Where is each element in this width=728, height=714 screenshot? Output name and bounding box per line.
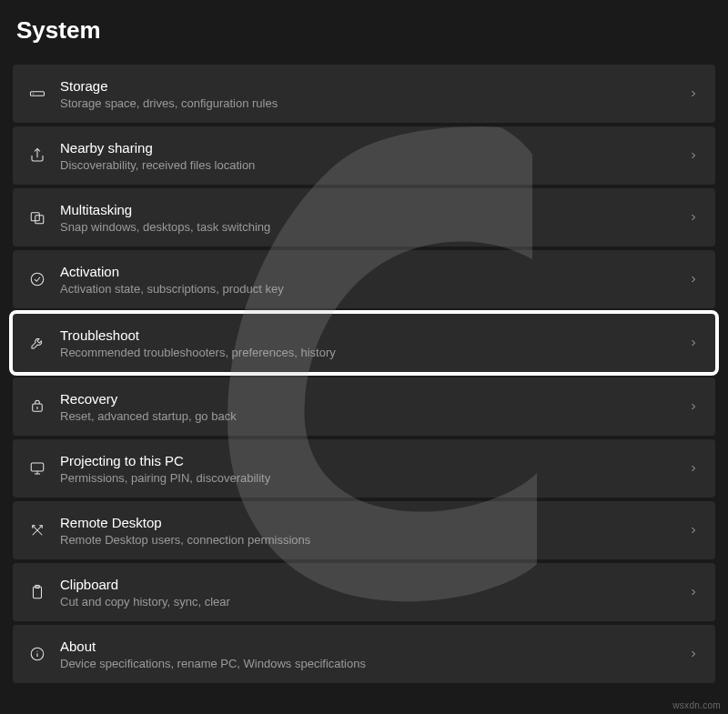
item-title: Troubleshoot <box>60 327 684 343</box>
settings-item-clipboard[interactable]: Clipboard Cut and copy history, sync, cl… <box>13 563 715 621</box>
storage-icon <box>22 85 53 102</box>
settings-item-remote-desktop[interactable]: Remote Desktop Remote Desktop users, con… <box>13 501 715 559</box>
wrench-icon <box>22 335 53 351</box>
chevron-right-icon <box>684 649 703 659</box>
chevron-right-icon <box>684 587 703 598</box>
item-subtitle: Permissions, pairing PIN, discoverabilit… <box>60 471 684 485</box>
settings-item-troubleshoot[interactable]: Troubleshoot Recommended troubleshooters… <box>13 314 715 372</box>
settings-item-nearby-sharing[interactable]: Nearby sharing Discoverability, received… <box>13 126 715 185</box>
clipboard-icon <box>22 584 53 600</box>
svg-point-1 <box>33 93 34 94</box>
chevron-right-icon <box>684 212 703 223</box>
svg-rect-0 <box>31 92 45 96</box>
chevron-right-icon <box>684 88 703 99</box>
settings-item-about[interactable]: About Device specifications, rename PC, … <box>13 625 715 683</box>
settings-item-storage[interactable]: Storage Storage space, drives, configura… <box>13 65 715 123</box>
item-subtitle: Snap windows, desktops, task switching <box>60 220 684 234</box>
info-icon <box>22 646 53 662</box>
chevron-right-icon <box>684 150 703 161</box>
item-subtitle: Storage space, drives, configuration rul… <box>60 96 684 110</box>
item-title: Storage <box>60 78 684 94</box>
share-icon <box>22 147 53 164</box>
remote-desktop-icon <box>22 522 53 538</box>
item-subtitle: Activation state, subscriptions, product… <box>60 282 684 296</box>
svg-rect-7 <box>31 463 44 471</box>
watermark-text: wsxdn.com <box>672 700 721 710</box>
chevron-right-icon <box>684 337 703 348</box>
settings-item-projecting[interactable]: Projecting to this PC Permissions, pairi… <box>13 439 715 498</box>
settings-item-multitasking[interactable]: Multitasking Snap windows, desktops, tas… <box>13 188 715 246</box>
recovery-icon <box>22 398 53 415</box>
page-title: System <box>16 16 715 45</box>
item-subtitle: Device specifications, rename PC, Window… <box>60 657 684 670</box>
chevron-right-icon <box>684 525 703 536</box>
item-title: Clipboard <box>60 577 684 592</box>
item-subtitle: Cut and copy history, sync, clear <box>60 595 684 608</box>
item-title: Nearby sharing <box>60 140 684 156</box>
settings-list: Storage Storage space, drives, configura… <box>13 65 715 683</box>
svg-point-5 <box>31 273 44 286</box>
item-title: Remote Desktop <box>60 515 684 530</box>
chevron-right-icon <box>684 274 703 285</box>
item-subtitle: Discoverability, received files location <box>60 158 684 172</box>
item-subtitle: Reset, advanced startup, go back <box>60 409 684 423</box>
item-subtitle: Recommended troubleshooters, preferences… <box>60 346 684 359</box>
settings-item-recovery[interactable]: Recovery Reset, advanced startup, go bac… <box>13 377 715 436</box>
chevron-right-icon <box>684 463 703 474</box>
svg-point-16 <box>36 650 37 651</box>
chevron-right-icon <box>684 401 703 412</box>
item-title: Projecting to this PC <box>60 453 684 468</box>
item-title: Multitasking <box>60 202 684 217</box>
item-subtitle: Remote Desktop users, connection permiss… <box>60 533 684 547</box>
item-title: Recovery <box>60 391 684 407</box>
item-title: Activation <box>60 264 684 279</box>
projecting-icon <box>22 460 53 477</box>
settings-item-activation[interactable]: Activation Activation state, subscriptio… <box>13 250 715 308</box>
multitasking-icon <box>22 209 53 226</box>
item-title: About <box>60 639 684 654</box>
check-circle-icon <box>22 271 53 287</box>
